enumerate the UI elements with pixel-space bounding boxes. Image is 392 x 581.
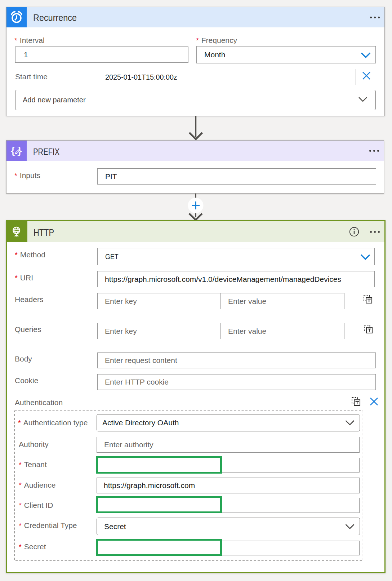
svg-text:{: {: [11, 145, 15, 156]
